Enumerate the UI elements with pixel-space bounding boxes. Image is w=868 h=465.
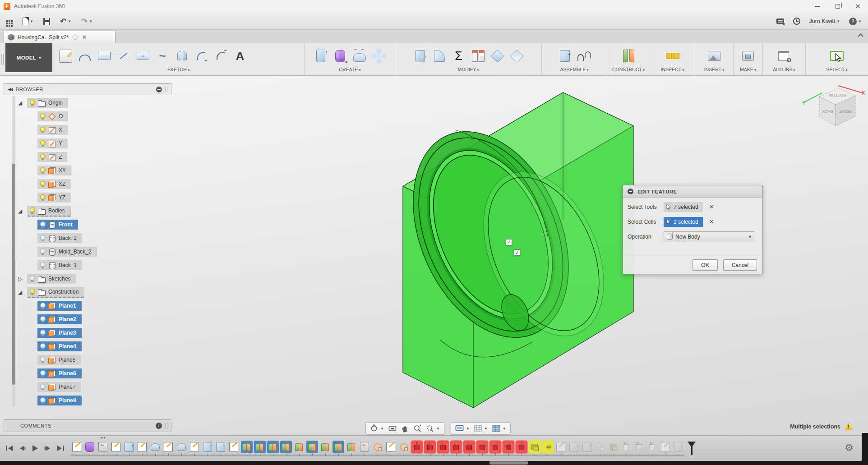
tree-item[interactable]: Plane3 — [0, 326, 168, 340]
timeline-feature[interactable] — [176, 442, 186, 452]
expand-toggle-icon[interactable] — [18, 100, 27, 106]
timeline-feature[interactable] — [438, 442, 448, 452]
file-menu-button[interactable]: ▼ — [23, 18, 33, 25]
tree-item-chip[interactable]: Plane4 — [37, 341, 82, 351]
panel-resize-handle[interactable] — [166, 423, 167, 428]
sketch-fillet-icon[interactable] — [194, 47, 209, 65]
timeline-feature[interactable] — [503, 442, 513, 452]
tree-item-chip[interactable]: Bodies — [27, 206, 70, 216]
slot-icon[interactable] — [135, 47, 151, 65]
tree-item[interactable]: Bodies — [0, 204, 168, 218]
ok-button[interactable]: OK — [693, 259, 717, 271]
extrude-icon[interactable] — [313, 47, 328, 65]
construction-plane-icon[interactable] — [621, 47, 636, 65]
attached-canvas-icon[interactable] — [706, 47, 722, 65]
timeline-feature[interactable] — [373, 442, 383, 452]
visibility-bulb-icon[interactable] — [40, 194, 45, 201]
menu-select[interactable]: SELECT — [806, 67, 868, 76]
tree-item-chip[interactable]: Z — [37, 152, 67, 162]
tree-item[interactable]: Plane6 — [0, 367, 168, 380]
tree-item-chip[interactable]: Plane7 — [37, 382, 81, 392]
timeline-play-button[interactable] — [32, 445, 38, 452]
save-button[interactable] — [43, 18, 50, 25]
pattern-icon[interactable] — [371, 47, 387, 65]
menu-modify[interactable]: MODIFY — [395, 67, 541, 76]
timeline-step-forward-button[interactable] — [44, 445, 51, 451]
visibility-bulb-icon[interactable] — [40, 303, 45, 309]
timeline-scrollbar[interactable] — [0, 461, 868, 465]
tree-item[interactable]: Origin — [0, 96, 168, 110]
menu-sketch[interactable]: SKETCH — [52, 67, 305, 76]
timeline-feature[interactable] — [386, 442, 396, 452]
help-menu[interactable]: ?▼ — [849, 18, 862, 25]
menu-insert[interactable]: INSERT — [695, 67, 733, 76]
timeline-go-start-button[interactable] — [5, 445, 13, 451]
tree-item-chip[interactable]: YZ — [37, 193, 71, 203]
joint-icon[interactable] — [577, 47, 592, 65]
create-sketch-icon[interactable] — [58, 47, 73, 65]
timeline-feature[interactable] — [294, 442, 304, 452]
timeline-position-marker[interactable] — [687, 442, 696, 455]
new-component-icon[interactable] — [557, 47, 573, 65]
notifications-button[interactable] — [776, 18, 784, 24]
visibility-bulb-icon[interactable] — [40, 249, 45, 255]
timeline-feature[interactable] — [477, 442, 487, 452]
collapse-panel-icon[interactable]: ◀◀ — [8, 87, 12, 92]
timeline-feature[interactable] — [320, 442, 330, 452]
tree-item-chip[interactable]: Mold_Back_2 — [37, 247, 97, 257]
panel-resize-handle[interactable] — [166, 87, 167, 92]
timeline-feature[interactable] — [216, 442, 226, 452]
fillet-icon[interactable] — [432, 47, 447, 65]
timeline-feature[interactable] — [98, 442, 108, 452]
timeline-feature[interactable] — [647, 442, 657, 452]
pan-button[interactable] — [401, 425, 409, 433]
timeline-feature[interactable] — [412, 442, 422, 452]
display-settings-button[interactable]: ▼ — [455, 425, 470, 432]
viewport-canvas[interactable]: ✓ ✓ BOTTOM BACK RIGHT Y X ◀◀ BROWSER — [0, 76, 868, 435]
viewports-button[interactable]: ▼ — [492, 425, 506, 432]
cell-checkbox[interactable]: ✓ — [506, 239, 512, 245]
app-grid-menu-icon[interactable] — [6, 20, 8, 22]
menu-addins[interactable]: ADD-INS — [763, 67, 805, 76]
timeline-feature[interactable] — [569, 442, 579, 452]
rectangle-icon[interactable] — [97, 47, 112, 65]
timeline-feature[interactable] — [281, 442, 291, 452]
timeline-feature[interactable] — [346, 442, 356, 452]
timeline-feature[interactable] — [543, 442, 553, 452]
tree-item[interactable]: Mold_Back_2 — [0, 245, 168, 258]
workspace-switcher[interactable]: MODEL — [5, 43, 52, 72]
tree-item[interactable]: Construction — [0, 285, 168, 299]
collapse-toolbar-chevron-icon[interactable] — [858, 33, 863, 39]
tree-item-chip[interactable]: Back_2 — [37, 233, 82, 243]
toolbar-grip[interactable] — [0, 43, 5, 75]
clear-selection-icon[interactable]: ✕ — [709, 203, 714, 210]
visibility-bulb-icon[interactable] — [30, 207, 35, 214]
tree-item[interactable]: Plane7 — [0, 380, 168, 394]
tree-item-chip[interactable]: XY — [37, 166, 71, 175]
form-icon[interactable] — [332, 47, 348, 65]
timeline-feature[interactable] — [307, 442, 317, 452]
timeline-feature[interactable] — [464, 442, 474, 452]
tree-item-chip[interactable]: Front — [37, 220, 78, 230]
timeline-feature[interactable] — [255, 442, 265, 452]
menu-inspect[interactable]: INSPECT — [650, 67, 695, 76]
timeline-feature[interactable] — [189, 442, 199, 452]
visibility-bulb-icon[interactable] — [40, 221, 45, 228]
tree-item-chip[interactable]: Sketches — [27, 274, 76, 284]
arc-center-icon[interactable] — [213, 47, 228, 65]
text-icon[interactable] — [232, 47, 248, 65]
add-comment-icon[interactable]: + — [156, 423, 162, 429]
tree-item[interactable]: YZ — [0, 191, 168, 204]
timeline-feature[interactable] — [163, 442, 173, 452]
timeline-feature[interactable] — [660, 442, 670, 452]
press-pull-icon[interactable] — [412, 47, 428, 65]
shell-icon[interactable] — [509, 47, 525, 65]
timeline-feature[interactable] — [674, 442, 683, 452]
timeline-feature[interactable] — [556, 442, 566, 452]
timeline-feature[interactable] — [229, 442, 239, 452]
tree-item[interactable]: Back_1 — [0, 258, 168, 272]
visibility-bulb-icon[interactable] — [40, 330, 45, 336]
timeline-feature[interactable] — [203, 442, 212, 452]
timeline-feature[interactable] — [137, 442, 147, 452]
document-tab[interactable]: HousingCa...Split v2* ✕ — [4, 31, 115, 43]
